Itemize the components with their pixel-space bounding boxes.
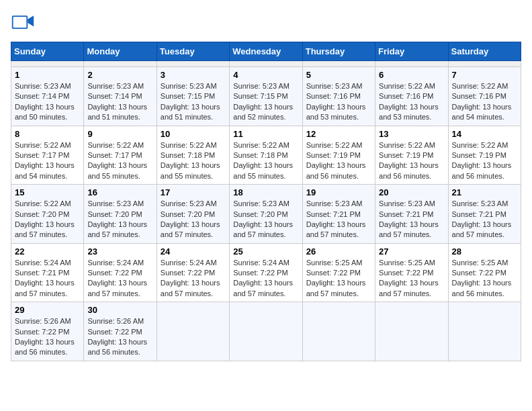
weekday-header-wednesday: Wednesday [230, 42, 302, 61]
weekday-header-friday: Friday [375, 42, 448, 61]
calendar-cell: 5Sunrise: 5:23 AM Sunset: 7:16 PM Daylig… [302, 67, 375, 126]
day-number: 17 [161, 187, 226, 197]
day-number: 18 [233, 187, 298, 197]
day-number: 5 [306, 70, 371, 80]
calendar-cell [375, 302, 448, 361]
logo [11, 11, 38, 35]
calendar-cell [448, 61, 521, 67]
calendar-cell: 9Sunrise: 5:22 AM Sunset: 7:17 PM Daylig… [84, 126, 157, 185]
day-number: 30 [87, 305, 152, 315]
day-info: Sunrise: 5:25 AM Sunset: 7:22 PM Dayligh… [306, 258, 371, 300]
day-info: Sunrise: 5:22 AM Sunset: 7:16 PM Dayligh… [379, 81, 444, 123]
calendar-table: SundayMondayTuesdayWednesdayThursdayFrid… [11, 42, 521, 361]
page-header [11, 11, 521, 35]
day-info: Sunrise: 5:23 AM Sunset: 7:15 PM Dayligh… [233, 81, 298, 123]
day-number: 29 [15, 305, 80, 315]
day-number: 24 [161, 246, 226, 257]
calendar-cell: 2Sunrise: 5:23 AM Sunset: 7:14 PM Daylig… [84, 67, 157, 126]
day-number: 7 [452, 70, 517, 80]
day-info: Sunrise: 5:23 AM Sunset: 7:21 PM Dayligh… [452, 199, 517, 240]
calendar-cell: 8Sunrise: 5:22 AM Sunset: 7:17 PM Daylig… [11, 126, 84, 185]
day-info: Sunrise: 5:22 AM Sunset: 7:20 PM Dayligh… [15, 199, 80, 240]
calendar-cell: 17Sunrise: 5:23 AM Sunset: 7:20 PM Dayli… [157, 185, 229, 244]
calendar-cell: 3Sunrise: 5:23 AM Sunset: 7:15 PM Daylig… [157, 67, 229, 126]
day-info: Sunrise: 5:24 AM Sunset: 7:22 PM Dayligh… [87, 258, 152, 300]
day-info: Sunrise: 5:26 AM Sunset: 7:22 PM Dayligh… [15, 316, 80, 358]
calendar-cell [302, 302, 375, 361]
day-info: Sunrise: 5:26 AM Sunset: 7:22 PM Dayligh… [87, 316, 152, 358]
day-number: 9 [87, 129, 152, 139]
weekday-header-thursday: Thursday [302, 42, 375, 61]
day-number: 8 [15, 129, 80, 139]
day-info: Sunrise: 5:24 AM Sunset: 7:22 PM Dayligh… [233, 258, 298, 300]
calendar-cell: 6Sunrise: 5:22 AM Sunset: 7:16 PM Daylig… [375, 67, 448, 126]
weekday-header-saturday: Saturday [448, 42, 521, 61]
day-info: Sunrise: 5:23 AM Sunset: 7:20 PM Dayligh… [233, 199, 298, 240]
day-number: 16 [87, 187, 152, 197]
calendar-cell: 10Sunrise: 5:22 AM Sunset: 7:18 PM Dayli… [157, 126, 229, 185]
day-number: 21 [452, 187, 517, 197]
day-number: 22 [15, 246, 80, 257]
calendar-cell [157, 302, 229, 361]
calendar-cell [375, 61, 448, 67]
calendar-cell: 26Sunrise: 5:25 AM Sunset: 7:22 PM Dayli… [302, 243, 375, 302]
calendar-cell: 12Sunrise: 5:22 AM Sunset: 7:19 PM Dayli… [302, 126, 375, 185]
calendar-cell: 21Sunrise: 5:23 AM Sunset: 7:21 PM Dayli… [448, 185, 521, 244]
calendar-cell: 18Sunrise: 5:23 AM Sunset: 7:20 PM Dayli… [230, 185, 302, 244]
day-info: Sunrise: 5:23 AM Sunset: 7:14 PM Dayligh… [87, 81, 152, 123]
day-info: Sunrise: 5:22 AM Sunset: 7:18 PM Dayligh… [233, 140, 298, 182]
calendar-cell: 4Sunrise: 5:23 AM Sunset: 7:15 PM Daylig… [230, 67, 302, 126]
day-info: Sunrise: 5:22 AM Sunset: 7:18 PM Dayligh… [161, 140, 226, 182]
calendar-cell: 25Sunrise: 5:24 AM Sunset: 7:22 PM Dayli… [230, 243, 302, 302]
day-info: Sunrise: 5:22 AM Sunset: 7:16 PM Dayligh… [452, 81, 517, 123]
day-info: Sunrise: 5:22 AM Sunset: 7:17 PM Dayligh… [15, 140, 80, 182]
calendar-cell [11, 61, 84, 67]
day-number: 14 [452, 129, 517, 139]
day-number: 13 [379, 129, 444, 139]
calendar-cell [230, 302, 302, 361]
calendar-cell: 23Sunrise: 5:24 AM Sunset: 7:22 PM Dayli… [84, 243, 157, 302]
calendar-cell: 20Sunrise: 5:23 AM Sunset: 7:21 PM Dayli… [375, 185, 448, 244]
calendar-cell: 28Sunrise: 5:25 AM Sunset: 7:22 PM Dayli… [448, 243, 521, 302]
weekday-header-sunday: Sunday [11, 42, 84, 61]
day-info: Sunrise: 5:25 AM Sunset: 7:22 PM Dayligh… [379, 258, 444, 300]
day-number: 28 [452, 246, 517, 257]
calendar-cell [448, 302, 521, 361]
day-number: 19 [306, 187, 371, 197]
calendar-cell: 16Sunrise: 5:23 AM Sunset: 7:20 PM Dayli… [84, 185, 157, 244]
calendar-cell: 29Sunrise: 5:26 AM Sunset: 7:22 PM Dayli… [11, 302, 84, 361]
day-info: Sunrise: 5:23 AM Sunset: 7:20 PM Dayligh… [87, 199, 152, 240]
day-info: Sunrise: 5:22 AM Sunset: 7:17 PM Dayligh… [87, 140, 152, 182]
day-number: 20 [379, 187, 444, 197]
day-number: 15 [15, 187, 80, 197]
day-info: Sunrise: 5:25 AM Sunset: 7:22 PM Dayligh… [452, 258, 517, 300]
day-info: Sunrise: 5:23 AM Sunset: 7:15 PM Dayligh… [161, 81, 226, 123]
calendar-cell: 19Sunrise: 5:23 AM Sunset: 7:21 PM Dayli… [302, 185, 375, 244]
day-number: 25 [233, 246, 298, 257]
weekday-header-tuesday: Tuesday [157, 42, 229, 61]
logo-icon [11, 11, 35, 35]
day-info: Sunrise: 5:24 AM Sunset: 7:22 PM Dayligh… [161, 258, 226, 300]
calendar-cell: 22Sunrise: 5:24 AM Sunset: 7:21 PM Dayli… [11, 243, 84, 302]
calendar-cell [302, 61, 375, 67]
day-number: 23 [87, 246, 152, 257]
day-number: 12 [306, 129, 371, 139]
day-number: 11 [233, 129, 298, 139]
day-info: Sunrise: 5:22 AM Sunset: 7:19 PM Dayligh… [379, 140, 444, 182]
day-info: Sunrise: 5:23 AM Sunset: 7:21 PM Dayligh… [306, 199, 371, 240]
day-info: Sunrise: 5:23 AM Sunset: 7:20 PM Dayligh… [161, 199, 226, 240]
calendar-cell: 15Sunrise: 5:22 AM Sunset: 7:20 PM Dayli… [11, 185, 84, 244]
calendar-cell [157, 61, 229, 67]
day-number: 1 [15, 70, 80, 80]
day-info: Sunrise: 5:23 AM Sunset: 7:21 PM Dayligh… [379, 199, 444, 240]
day-info: Sunrise: 5:23 AM Sunset: 7:14 PM Dayligh… [15, 81, 80, 123]
day-number: 27 [379, 246, 444, 257]
day-info: Sunrise: 5:23 AM Sunset: 7:16 PM Dayligh… [306, 81, 371, 123]
svg-rect-1 [13, 17, 27, 28]
calendar-cell: 30Sunrise: 5:26 AM Sunset: 7:22 PM Dayli… [84, 302, 157, 361]
svg-marker-2 [28, 15, 34, 26]
day-number: 6 [379, 70, 444, 80]
calendar-cell [230, 61, 302, 67]
day-number: 4 [233, 70, 298, 80]
calendar-cell: 7Sunrise: 5:22 AM Sunset: 7:16 PM Daylig… [448, 67, 521, 126]
